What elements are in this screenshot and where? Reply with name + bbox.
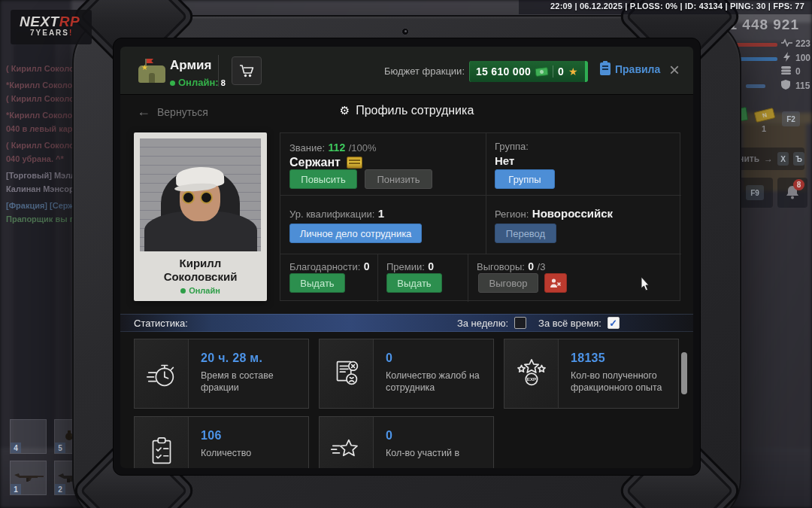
stat-value: 0: [386, 429, 486, 443]
stat-card-participation: 0 Кол-во участий в: [319, 416, 494, 468]
shield-icon: [780, 79, 791, 90]
reprimand-button[interactable]: Выговор: [478, 273, 538, 293]
reprimand-line: Выговоры: 0 /3: [477, 260, 545, 273]
stat-label: Количество жалоб на сотрудника: [386, 370, 486, 394]
bonus-line: Премии: 0: [386, 260, 434, 273]
rank-name: Сержант: [289, 156, 362, 169]
money-counter: 1 448 921: [729, 17, 799, 33]
tablet-camera: [401, 28, 409, 35]
stat-value: 106: [201, 429, 301, 443]
faction-online: Онлайн:8: [170, 77, 226, 88]
stat-label: Кол-во полученного фракционного опыта: [571, 370, 671, 394]
stat-value: 20 ч. 28 м.: [201, 351, 301, 365]
svg-text:EXP: EXP: [526, 376, 535, 382]
food-icon: [780, 65, 792, 75]
online-dot: [170, 81, 175, 86]
statistics-title: Статистика:: [134, 318, 188, 329]
cart-icon: [238, 63, 255, 78]
stat-card-complaints: 0 Количество жалоб на сотрудника: [319, 339, 494, 409]
notification-badge: 8: [793, 179, 804, 190]
f9-keycap: F9: [746, 185, 764, 200]
gold-amount: 1: [762, 124, 766, 133]
thanks-line: Благодарности: 0: [289, 260, 370, 273]
lightning-icon: [783, 52, 791, 62]
stat-card-count: 106 Количество: [134, 416, 309, 468]
close-button[interactable]: ×: [663, 57, 686, 83]
heartbeat-icon: [780, 38, 793, 47]
person-x-icon: [550, 278, 562, 288]
money-icon: [535, 67, 549, 77]
employee-online-status: Онлайн: [140, 286, 261, 295]
budget-label: Бюджет фракции:: [338, 65, 465, 77]
stopwatch-icon: [135, 339, 189, 408]
groups-button[interactable]: Группы: [495, 169, 555, 189]
rules-link[interactable]: Правила: [600, 62, 660, 75]
star-icon: [320, 417, 374, 468]
group-label: Группа:: [495, 141, 529, 152]
qualification-line: Ур. квалификации: 1: [289, 207, 384, 221]
stat-card-time: 20 ч. 28 м. Время в составе фракции: [134, 339, 309, 409]
rank-line: Звание: 112 /100%: [289, 141, 377, 154]
faction-title: Армия: [170, 58, 211, 73]
faction-icon: ★: [138, 59, 165, 84]
transfer-button[interactable]: Перевод: [495, 224, 556, 243]
employee-photo: [140, 138, 261, 251]
week-label: За неделю:: [457, 318, 508, 329]
complaint-document-icon: [320, 339, 374, 408]
demote-button[interactable]: Понизить: [365, 169, 432, 189]
promote-button[interactable]: Повысить: [289, 169, 357, 189]
give-bonus-button[interactable]: Выдать: [386, 273, 442, 293]
scrollbar-thumb[interactable]: [681, 352, 687, 394]
page-title: ⚙Профиль сотрудника: [120, 104, 693, 117]
mouse-cursor: [641, 277, 651, 292]
budget-pill: 15 610 000 0 ★: [469, 61, 588, 82]
budget-gold: 0: [558, 65, 564, 78]
statistics-bar: Статистика: За неделю: За всё время: ✓: [120, 314, 693, 332]
alltime-checkbox[interactable]: ✓: [607, 317, 620, 329]
switch-arrow: →: [764, 154, 773, 164]
stat-label: Время в составе фракции: [201, 370, 301, 394]
hard-sign-keycap: Ъ: [793, 152, 804, 166]
app-header: ★ Армия Онлайн:8 Бюджет фракции: 15 610 …: [120, 47, 693, 95]
health-value: 223: [795, 38, 810, 49]
gear-icon: ⚙: [340, 104, 350, 117]
stat-label: Количество: [201, 447, 301, 459]
week-checkbox[interactable]: [514, 317, 526, 329]
employee-name: Кирилл Соколовский: [140, 257, 261, 284]
employee-photo-card: Кирилл Соколовский Онлайн: [134, 132, 267, 301]
gold-bill-icon: N: [754, 108, 776, 123]
region-line: Регион: Новороссийск: [495, 207, 613, 221]
shop-cart-button[interactable]: [232, 56, 262, 85]
stat-value: 18135: [571, 351, 671, 365]
nextrp-logo: NEXTRP 7YEARS!: [11, 10, 92, 44]
f2-keycap: F2: [782, 111, 800, 126]
stat-label: Кол-во участий в: [386, 447, 486, 459]
gold-star-icon: ★: [568, 65, 578, 78]
stat-card-exp: EXP 18135 Кол-во полученного фракционног…: [504, 339, 679, 409]
stat-value: 0: [386, 351, 486, 365]
faction-app-window: ★ Армия Онлайн:8 Бюджет фракции: 15 610 …: [120, 47, 693, 468]
employee-info-panel: Звание: 112 /100% Сержант Повысить Пониз…: [280, 132, 680, 301]
server-status-bar: 22:09 | 06.12.2025 | P.LOSS: 0% | ID: 43…: [550, 2, 804, 11]
personal-file-button[interactable]: Личное дело сотрудника: [289, 224, 422, 243]
armor-bar: [746, 84, 765, 88]
rank-insignia-icon: [347, 157, 362, 169]
x-keycap: X: [777, 152, 789, 166]
armor-value: 115: [795, 81, 810, 91]
clipboard-checklist-icon: [135, 417, 189, 468]
group-value: Нет: [495, 154, 514, 167]
alltime-label: За всё время:: [538, 318, 601, 329]
food-value: 0: [795, 66, 801, 77]
energy-value: 100: [795, 53, 810, 63]
fire-employee-button[interactable]: [544, 273, 567, 293]
rules-clipboard-icon: [600, 62, 611, 75]
give-thanks-button[interactable]: Выдать: [289, 273, 345, 293]
exp-stars-icon: EXP: [504, 339, 559, 408]
budget-money: 15 610 000: [476, 65, 531, 78]
online-dot: [180, 288, 186, 294]
